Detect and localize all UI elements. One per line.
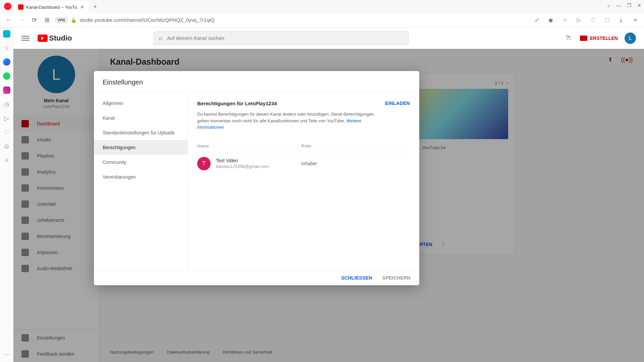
modal-nav: Allgemein Kanal Standardeinstellungen fü… xyxy=(94,93,188,270)
minimize-icon[interactable]: — xyxy=(616,3,621,8)
lock-icon[interactable]: 🔒 xyxy=(71,17,76,23)
browser-tab[interactable]: Kanal-Dashboard – YouTu ✕ xyxy=(14,1,89,13)
home-icon[interactable] xyxy=(3,30,10,38)
youtube-icon xyxy=(38,35,48,42)
clock-icon[interactable]: ◷ xyxy=(3,101,10,108)
settings-modal: Einstellungen Allgemein Kanal Standardei… xyxy=(94,71,419,285)
create-label: ERSTELLEN xyxy=(590,36,618,41)
modal-nav-upload-defaults[interactable]: Standardeinstellungen für Uploads xyxy=(94,125,187,140)
bookmark-icon[interactable]: ☆ xyxy=(560,15,570,25)
table-header: Name Rolle xyxy=(197,143,410,152)
speed-dial-icon[interactable]: ⊞ xyxy=(42,15,52,25)
user-email: basdas125356@gmail.com xyxy=(216,164,301,169)
search-input[interactable] xyxy=(167,35,404,41)
bookmarks-icon[interactable]: ☆ xyxy=(3,44,10,52)
create-button[interactable]: ERSTELLEN xyxy=(580,36,618,41)
app-container: Studio ⌕ ?⃝ ERSTELLEN L L Mein Kanal Let… xyxy=(13,27,644,362)
modal-nav-permissions[interactable]: Berechtigungen xyxy=(94,140,187,155)
studio-logo[interactable]: Studio xyxy=(38,34,72,43)
close-window-icon[interactable]: ✕ xyxy=(637,3,641,8)
search-box[interactable]: ⌕ xyxy=(154,31,409,45)
new-tab-button[interactable]: + xyxy=(91,2,100,11)
back-button[interactable]: ← xyxy=(4,15,13,25)
camera-create-icon xyxy=(580,36,587,41)
modal-footer: SCHLIESSEN SPEICHERN xyxy=(94,270,419,285)
modal-nav-channel[interactable]: Kanal xyxy=(94,111,187,125)
user-role: Inhaber xyxy=(301,161,317,166)
hamburger-button[interactable] xyxy=(21,34,30,42)
tab-title: Kanal-Dashboard – YouTu xyxy=(26,5,77,10)
window-controls: ⌕ — ❐ ✕ xyxy=(607,3,641,8)
send-icon[interactable]: ▷ xyxy=(574,15,584,25)
modal-content: Berechtigungen für LetsPlay1234 EINLADEN… xyxy=(188,93,419,270)
instagram-icon[interactable] xyxy=(3,86,10,94)
modal-title: Einstellungen xyxy=(94,71,419,93)
heart-sidebar-icon[interactable]: ♡ xyxy=(3,129,10,136)
maximize-icon[interactable]: ❐ xyxy=(627,3,631,8)
url-text[interactable]: studio.youtube.com/channel/UCocN6zQPHQZ_… xyxy=(80,17,529,23)
search-browser-icon[interactable]: ⌕ xyxy=(607,3,610,8)
more-icon[interactable]: ⋯ xyxy=(3,351,10,358)
whatsapp-icon[interactable] xyxy=(3,72,10,80)
user-name: Test Video xyxy=(216,158,301,163)
user-avatar: T xyxy=(197,157,211,170)
forward-button[interactable]: → xyxy=(17,15,26,25)
permissions-description: Du kannst Berechtigungen für diesen Kana… xyxy=(197,111,385,131)
reload-button[interactable]: ⟳ xyxy=(30,15,39,25)
history-icon[interactable]: ⊙ xyxy=(3,143,10,150)
tips-icon[interactable]: ✧ xyxy=(3,157,10,164)
screenshot-icon[interactable]: ⤢ xyxy=(532,15,541,25)
tab-favicon-icon xyxy=(18,4,23,10)
opera-sidebar: ☆ ◷ ▷ ♡ ⊙ ✧ ⋯ xyxy=(0,27,13,362)
help-icon[interactable]: ?⃝ xyxy=(564,34,573,43)
messenger-icon[interactable] xyxy=(3,58,10,66)
studio-logo-text: Studio xyxy=(49,34,72,43)
save-button[interactable]: SPEICHERN xyxy=(382,275,411,281)
download-icon[interactable]: ⭳ xyxy=(616,15,626,25)
heart-icon[interactable]: ♡ xyxy=(588,15,598,25)
modal-nav-community[interactable]: Community xyxy=(94,155,187,170)
close-button[interactable]: SCHLIESSEN xyxy=(341,275,372,281)
search-icon: ⌕ xyxy=(159,35,162,42)
modal-nav-agreements[interactable]: Vereinbarungen xyxy=(94,170,187,184)
cube-icon[interactable]: ⬚ xyxy=(602,15,612,25)
modal-nav-general[interactable]: Allgemein xyxy=(94,96,187,111)
opera-logo-icon[interactable] xyxy=(4,3,11,10)
vpn-badge[interactable]: VPN xyxy=(55,17,67,23)
account-avatar[interactable]: L xyxy=(625,33,636,44)
play-icon[interactable]: ▷ xyxy=(3,115,10,122)
col-role-header: Rolle xyxy=(301,143,410,148)
app-header: Studio ⌕ ?⃝ ERSTELLEN L xyxy=(13,27,644,49)
tab-close-icon[interactable]: ✕ xyxy=(80,5,85,9)
browser-toolbar: ← → ⟳ ⊞ VPN 🔒 studio.youtube.com/channel… xyxy=(0,13,644,27)
col-name-header: Name xyxy=(197,143,301,148)
browser-tab-bar: Kanal-Dashboard – YouTu ✕ + ⌕ — ❐ ✕ xyxy=(0,0,644,13)
camera-icon[interactable]: ◉ xyxy=(546,15,555,25)
invite-button[interactable]: EINLADEN xyxy=(385,101,410,106)
permissions-title: Berechtigungen für LetsPlay1234 xyxy=(197,101,277,106)
menu-icon[interactable]: ≡ xyxy=(631,15,640,25)
table-row: T Test Video basdas125356@gmail.com Inha… xyxy=(197,152,410,175)
